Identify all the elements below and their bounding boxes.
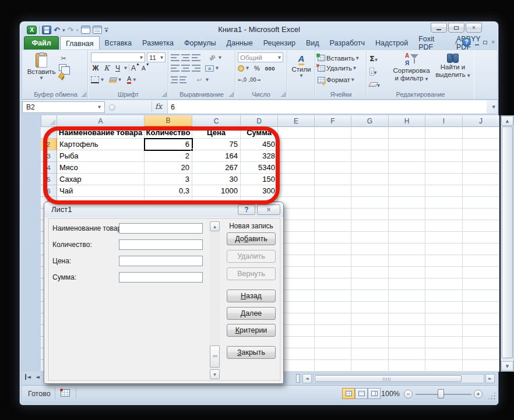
cell-G3[interactable]: [351, 150, 389, 162]
cell-J13[interactable]: [463, 267, 499, 278]
tab-split-handle[interactable]: [296, 374, 300, 383]
italic-button[interactable]: К: [102, 64, 111, 72]
align-right-icon[interactable]: [192, 65, 200, 72]
autosum-dropdown-icon[interactable]: ▼: [375, 58, 378, 62]
qat-custom-form-icon[interactable]: [81, 26, 90, 34]
column-header-B[interactable]: B: [145, 115, 192, 127]
cell-G19[interactable]: [351, 337, 389, 348]
cell-F18[interactable]: [315, 325, 351, 337]
cell-E5[interactable]: [278, 174, 315, 185]
cell-G4[interactable]: [351, 162, 389, 174]
collapse-ribbon-icon[interactable]: ∧: [455, 40, 459, 45]
cell-H21[interactable]: [389, 360, 425, 372]
dialog-help-icon[interactable]: ?: [238, 204, 255, 215]
tab-Формулы[interactable]: Формулы: [179, 36, 221, 50]
price-input[interactable]: [119, 256, 203, 266]
cell-F9[interactable]: [315, 220, 351, 232]
scroll-down-icon[interactable]: ▼: [501, 361, 513, 371]
dialog-scroll-thumb[interactable]: [210, 345, 220, 368]
cell-G11[interactable]: [351, 243, 389, 255]
tab-Надстрой[interactable]: Надстрой: [370, 36, 413, 50]
clipboard-dialog-launcher-icon[interactable]: [82, 92, 86, 97]
currency-dropdown-icon[interactable]: ▼: [246, 66, 249, 70]
cell-J18[interactable]: [463, 325, 499, 337]
decrease-indent-icon[interactable]: [171, 76, 178, 83]
form-delete-button[interactable]: Удалить: [227, 250, 276, 263]
cell-G13[interactable]: [351, 267, 389, 278]
fill-dropdown-icon[interactable]: ▼: [374, 70, 377, 75]
cell-G15[interactable]: [351, 290, 389, 302]
cell-E1[interactable]: [278, 127, 315, 139]
scroll-left-icon[interactable]: ◄: [302, 374, 312, 383]
cell-I15[interactable]: [425, 290, 463, 302]
cell-J14[interactable]: [463, 278, 499, 290]
cell-J1[interactable]: [463, 127, 499, 139]
redo-dropdown-icon[interactable]: ▼: [76, 28, 79, 32]
cell-F19[interactable]: [315, 337, 351, 348]
cell-H6[interactable]: [389, 185, 425, 197]
resize-grip[interactable]: [487, 391, 496, 400]
align-center-icon[interactable]: [181, 65, 190, 72]
prev-sheet-icon[interactable]: ◄: [36, 374, 40, 380]
cell-F2[interactable]: [315, 139, 351, 150]
cell-J20[interactable]: [463, 348, 499, 360]
underline-button[interactable]: Ч: [113, 64, 122, 72]
cell-G9[interactable]: [351, 220, 389, 232]
cell-H17[interactable]: [389, 313, 425, 325]
cell-I17[interactable]: [425, 313, 463, 325]
cell-H12[interactable]: [389, 255, 425, 267]
cell-G1[interactable]: [351, 127, 389, 139]
qat-more-commands-icon[interactable]: ▼: [104, 28, 108, 32]
tab-Вставка[interactable]: Вставка: [100, 36, 137, 50]
align-top-icon[interactable]: [171, 54, 179, 61]
cell-I7[interactable]: [425, 197, 463, 209]
cell-F10[interactable]: [315, 232, 351, 243]
tab-Главная[interactable]: Главная: [60, 36, 100, 50]
minimize-button[interactable]: [431, 23, 447, 33]
paste-button[interactable]: Вставить ▼: [26, 53, 57, 80]
zoom-in-button[interactable]: +: [474, 390, 483, 398]
cell-F8[interactable]: [315, 209, 351, 220]
fill-icon[interactable]: ↓: [369, 68, 374, 76]
paste-dropdown-icon[interactable]: ▼: [40, 76, 43, 80]
column-header-I[interactable]: I: [425, 115, 463, 127]
excel-logo-icon[interactable]: X: [27, 26, 37, 34]
align-bottom-icon[interactable]: [192, 54, 200, 61]
percent-icon[interactable]: %: [254, 65, 260, 72]
column-header-C[interactable]: C: [192, 115, 241, 127]
fill-color-icon[interactable]: [109, 77, 117, 83]
cell-H5[interactable]: [389, 174, 425, 185]
first-sheet-icon[interactable]: ◄: [25, 374, 31, 380]
clear-dropdown-icon[interactable]: ▼: [377, 83, 380, 88]
tab-Данные[interactable]: Данные: [221, 36, 258, 50]
sheet-nav-buttons[interactable]: ◄ ◄: [25, 374, 40, 380]
cell-H9[interactable]: [389, 220, 425, 232]
font-size-combo[interactable]: 11▼: [147, 52, 166, 62]
select-all-corner[interactable]: [41, 115, 57, 127]
book-minimize-icon[interactable]: [475, 40, 479, 45]
font-name-combo[interactable]: ▼: [91, 52, 145, 62]
cell-G8[interactable]: [351, 209, 389, 220]
cell-J8[interactable]: [463, 209, 499, 220]
cell-E3[interactable]: [278, 150, 315, 162]
styles-button[interactable]: A Стили ▼: [288, 51, 315, 78]
cell-F5[interactable]: [315, 174, 351, 185]
cell-F3[interactable]: [315, 150, 351, 162]
cell-F15[interactable]: [315, 290, 351, 302]
book-close-icon[interactable]: ×: [491, 40, 495, 45]
sum-input[interactable]: [119, 272, 203, 283]
cell-F20[interactable]: [315, 348, 351, 360]
tab-Foxit PDF[interactable]: Foxit PDF: [413, 36, 451, 50]
cell-G16[interactable]: [351, 302, 389, 313]
tab-Разметка[interactable]: Разметка: [137, 36, 179, 50]
form-criteria-button[interactable]: Критерии: [227, 324, 276, 337]
undo-dropdown-icon[interactable]: ▼: [62, 28, 65, 32]
delete-cells-button[interactable]: Удалить ▼: [316, 62, 366, 74]
cell-H15[interactable]: [389, 290, 425, 302]
normal-view-button[interactable]: [342, 388, 355, 399]
column-header-F[interactable]: F: [315, 115, 351, 127]
cell-H7[interactable]: [389, 197, 425, 209]
qat-data-form-icon[interactable]: [93, 26, 102, 34]
dialog-scrollbar[interactable]: ▲ ▼: [210, 221, 220, 379]
cell-F11[interactable]: [315, 243, 351, 255]
